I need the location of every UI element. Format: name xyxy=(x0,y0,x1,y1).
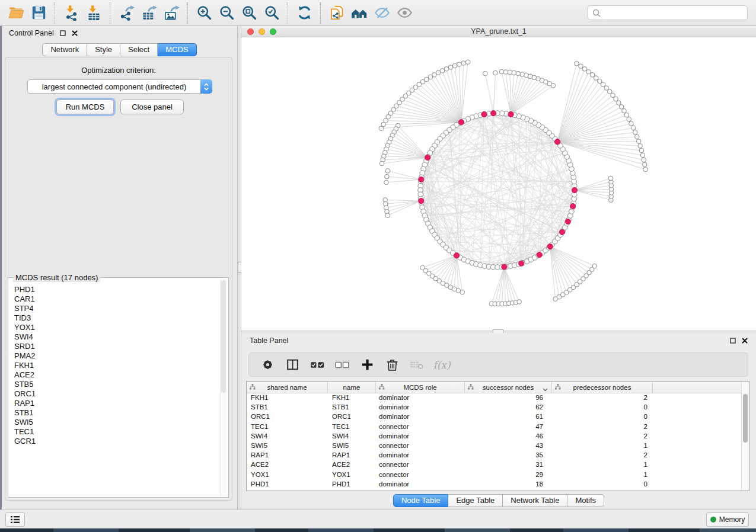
mcds-result-item[interactable]: STP4 xyxy=(14,304,220,313)
optimization-criterion-select[interactable]: largest connected component (undirected) xyxy=(27,79,212,94)
table-cell[interactable]: connector xyxy=(376,460,465,469)
mcds-result-item[interactable]: STB5 xyxy=(14,380,220,389)
refresh-layout-button[interactable] xyxy=(294,3,314,23)
table-cell[interactable]: RAP1 xyxy=(328,450,376,460)
column-header-name[interactable]: name xyxy=(328,382,376,393)
table-cell[interactable]: SWI5 xyxy=(328,441,376,450)
toggle-panel-layout-button[interactable] xyxy=(282,355,302,375)
mcds-result-item[interactable]: PMA2 xyxy=(14,351,220,361)
table-cell[interactable]: dominator xyxy=(376,479,465,489)
float-panel-icon[interactable] xyxy=(730,338,736,344)
close-mcds-panel-button[interactable]: Close panel xyxy=(120,100,184,114)
table-cell[interactable]: 47 xyxy=(465,422,552,431)
panel-splitter-vertical[interactable] xyxy=(237,26,241,509)
memory-button[interactable]: Memory xyxy=(706,512,749,527)
table-cell[interactable]: connector xyxy=(376,470,465,479)
table-cell[interactable]: ORC1 xyxy=(247,412,328,421)
zoom-fit-button[interactable] xyxy=(239,3,259,23)
column-header-mcds-role[interactable]: MCDS role xyxy=(376,382,465,393)
table-row[interactable]: STB1STB1dominator620 xyxy=(247,402,741,412)
table-cell[interactable]: ACE2 xyxy=(247,460,328,469)
table-cell[interactable]: 29 xyxy=(465,470,552,479)
table-cell[interactable]: 0 xyxy=(552,479,653,489)
table-row[interactable]: SWI5SWI5connector431 xyxy=(247,441,741,450)
table-cell[interactable]: 2 xyxy=(552,431,653,441)
table-cell[interactable]: 62 xyxy=(465,402,552,412)
mcds-result-item[interactable]: SWI5 xyxy=(14,418,220,427)
table-row[interactable]: PHD1PHD1dominator180 xyxy=(247,479,741,489)
column-header-shared-name[interactable]: shared name xyxy=(247,382,328,393)
table-row[interactable]: RAP1RAP1dominator352 xyxy=(247,450,741,460)
delete-table-button[interactable] xyxy=(407,355,427,375)
column-header-predecessor-nodes[interactable]: predecessor nodes xyxy=(552,382,653,393)
table-cell[interactable]: FKH1 xyxy=(328,393,376,402)
table-cell[interactable]: 1 xyxy=(552,460,653,469)
search-box[interactable] xyxy=(588,5,748,20)
import-network-button[interactable] xyxy=(61,3,81,23)
table-cell[interactable]: TEC1 xyxy=(328,422,376,431)
table-row[interactable]: ORC1ORC1dominator610 xyxy=(247,412,741,421)
tab-mcds[interactable]: MCDS xyxy=(158,43,196,56)
export-table-button[interactable] xyxy=(139,3,159,23)
table-cell[interactable]: 96 xyxy=(465,393,552,402)
mcds-result-item[interactable]: STB1 xyxy=(14,408,220,418)
table-row[interactable]: FKH1FKH1dominator962 xyxy=(247,393,741,402)
table-settings-button[interactable] xyxy=(257,355,277,375)
search-input[interactable] xyxy=(601,7,747,19)
table-cell[interactable]: PHD1 xyxy=(247,479,328,489)
mcds-result-item[interactable]: YOX1 xyxy=(14,323,220,332)
mcds-result-item[interactable]: FKH1 xyxy=(14,361,220,370)
table-cell[interactable]: dominator xyxy=(376,393,465,402)
float-panel-icon[interactable] xyxy=(60,30,66,36)
table-cell[interactable]: ACE2 xyxy=(328,460,376,469)
tab-select[interactable]: Select xyxy=(120,43,158,56)
table-cell[interactable]: connector xyxy=(376,441,465,450)
table-cell[interactable]: 2 xyxy=(552,450,653,460)
table-cell[interactable]: STB1 xyxy=(247,402,328,412)
mcds-result-item[interactable]: CAR1 xyxy=(14,294,220,304)
delete-column-button[interactable] xyxy=(382,355,402,375)
tab-network-table[interactable]: Network Table xyxy=(503,494,567,507)
unselect-all-columns-button[interactable] xyxy=(332,355,352,375)
table-cell[interactable]: TEC1 xyxy=(247,422,328,431)
table-row[interactable]: SWI4SWI4dominator462 xyxy=(247,431,741,441)
table-cell[interactable]: PHD1 xyxy=(328,479,376,489)
mcds-result-item[interactable]: TEC1 xyxy=(14,427,220,437)
table-cell[interactable]: dominator xyxy=(376,431,465,441)
show-all-button[interactable] xyxy=(394,3,414,23)
mcds-result-list[interactable]: PHD1CAR1STP4TID3YOX1SWI4SRD1PMA2FKH1ACE2… xyxy=(9,280,220,496)
tab-node-table[interactable]: Node Table xyxy=(393,494,449,507)
mcds-result-scrollbar[interactable] xyxy=(220,279,227,496)
table-cell[interactable]: SWI5 xyxy=(247,441,328,450)
scrollbar-thumb[interactable] xyxy=(221,280,226,393)
run-mcds-button[interactable]: Run MCDS xyxy=(56,100,114,114)
select-all-columns-button[interactable] xyxy=(307,355,327,375)
column-header-successor-nodes[interactable]: successor nodes xyxy=(465,382,552,393)
tab-network[interactable]: Network xyxy=(42,43,87,56)
table-cell[interactable]: STB1 xyxy=(328,402,376,412)
table-cell[interactable]: 18 xyxy=(465,479,552,489)
table-cell[interactable]: YOX1 xyxy=(328,470,376,479)
table-cell[interactable]: 43 xyxy=(465,441,552,450)
table-cell[interactable]: 31 xyxy=(465,460,552,469)
import-table-button[interactable] xyxy=(84,3,104,23)
table-row[interactable]: TEC1TEC1connector472 xyxy=(247,422,741,431)
table-cell[interactable]: 1 xyxy=(552,470,653,479)
table-cell[interactable]: 46 xyxy=(465,431,552,441)
mcds-result-item[interactable]: ORC1 xyxy=(14,389,220,399)
table-scrollbar[interactable] xyxy=(741,382,749,491)
mcds-result-item[interactable]: GCR1 xyxy=(14,437,220,446)
scrollbar-thumb[interactable] xyxy=(743,394,748,443)
table-row[interactable]: ACE2ACE2connector311 xyxy=(247,460,741,469)
mcds-result-item[interactable]: SRD1 xyxy=(14,342,220,351)
first-neighbors-button[interactable] xyxy=(349,3,369,23)
task-history-button[interactable] xyxy=(5,512,25,527)
table-cell[interactable]: connector xyxy=(376,422,465,431)
close-panel-icon[interactable] xyxy=(742,338,748,344)
table-row[interactable]: YOX1YOX1connector291 xyxy=(247,470,741,479)
zoom-out-button[interactable] xyxy=(216,3,237,23)
export-image-button[interactable] xyxy=(161,3,181,23)
table-cell[interactable]: 2 xyxy=(552,422,653,431)
export-network-button[interactable] xyxy=(116,3,136,23)
tab-motifs[interactable]: Motifs xyxy=(567,494,604,507)
